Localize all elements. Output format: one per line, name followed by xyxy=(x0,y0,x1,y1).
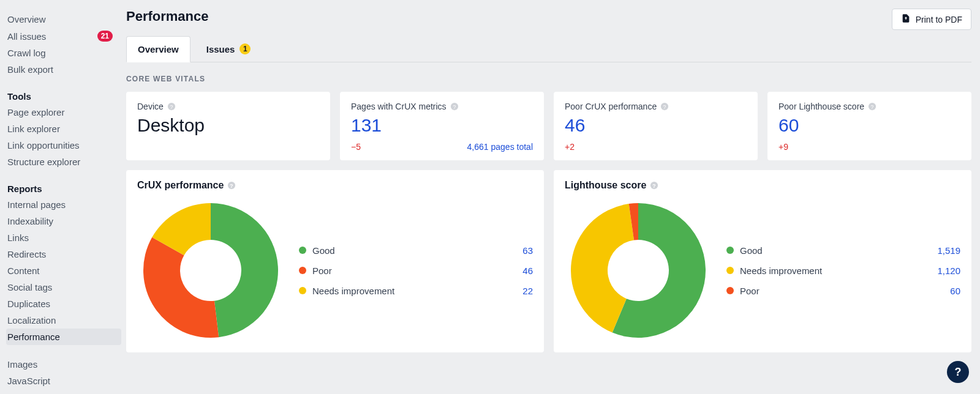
sidebar-item-label: All issues xyxy=(7,31,46,42)
print-pdf-button[interactable]: Print to PDF xyxy=(892,9,971,30)
help-icon[interactable]: ? xyxy=(227,181,236,190)
legend-label: Good xyxy=(312,245,335,256)
legend-swatch xyxy=(726,247,734,254)
sidebar-item[interactable]: Content xyxy=(6,262,121,279)
lighthouse-chart-card: Lighthouse score ? Good1,519Needs improv… xyxy=(554,170,971,352)
sidebar-item[interactable]: Links xyxy=(6,229,121,246)
legend-swatch xyxy=(299,247,306,254)
crux-chart-body: Good63Poor46Needs improvement22 xyxy=(137,197,533,344)
section-label: CORE WEB VITALS xyxy=(126,75,971,83)
sidebar-item-label: Link opportunities xyxy=(7,140,80,151)
legend-row[interactable]: Poor46 xyxy=(299,266,533,276)
legend-swatch xyxy=(299,267,306,274)
svg-text:?: ? xyxy=(653,183,656,189)
svg-text:?: ? xyxy=(871,104,874,110)
svg-text:?: ? xyxy=(170,104,173,110)
legend-row[interactable]: Needs improvement22 xyxy=(299,286,533,296)
lighthouse-chart-title: Lighthouse score ? xyxy=(565,180,960,191)
sidebar-item-label: Internal pages xyxy=(7,199,66,210)
tab[interactable]: Overview xyxy=(126,36,190,62)
vitals-card-footer: −54,661 pages total xyxy=(351,142,533,152)
legend-label: Good xyxy=(740,245,763,256)
sidebar-item[interactable]: Link explorer xyxy=(6,121,121,137)
sidebar-item-label: JavaScript xyxy=(7,376,50,386)
legend-row[interactable]: Poor60 xyxy=(726,286,960,296)
legend-row[interactable]: Good63 xyxy=(299,245,533,256)
sidebar-item[interactable]: Performance xyxy=(6,329,121,345)
sidebar-item[interactable]: Structure explorer xyxy=(6,154,121,170)
legend-value: 1,519 xyxy=(937,245,960,256)
sidebar-item[interactable]: Bulk export xyxy=(6,61,121,78)
legend-swatch xyxy=(299,287,306,294)
sidebar-item-label: Link explorer xyxy=(7,124,60,134)
sidebar-item-label: Social tags xyxy=(7,282,52,292)
vitals-card: Poor CrUX performance?46+2 xyxy=(554,92,758,160)
sidebar-item[interactable]: Internal pages xyxy=(6,196,121,213)
vitals-card-label: Poor Lighthouse score? xyxy=(778,102,960,111)
charts-row: CrUX performance ? Good63Poor46Needs imp… xyxy=(126,170,971,352)
sidebar-reports-group: Reports Internal pagesIndexabilityLinksR… xyxy=(6,181,121,345)
vitals-extra-link[interactable]: 4,661 pages total xyxy=(467,142,533,152)
crux-chart-title: CrUX performance ? xyxy=(137,180,533,191)
vitals-card-value[interactable]: 131 xyxy=(351,115,533,136)
crux-chart-title-text: CrUX performance xyxy=(137,180,224,191)
tab[interactable]: Issues1 xyxy=(195,36,262,62)
legend-swatch xyxy=(726,267,734,274)
sidebar-item[interactable]: Social tags xyxy=(6,279,121,296)
sidebar-item[interactable]: Overview xyxy=(6,11,121,28)
legend-label: Needs improvement xyxy=(312,286,394,296)
sidebar-item-label: Content xyxy=(7,266,40,276)
tabs: OverviewIssues1 xyxy=(126,36,971,62)
sidebar-item-label: Redirects xyxy=(7,249,46,259)
sidebar-item[interactable]: JavaScript xyxy=(6,373,121,389)
legend-value: 60 xyxy=(950,286,960,296)
help-icon[interactable]: ? xyxy=(650,181,658,190)
sidebar-item-label: Structure explorer xyxy=(7,157,80,167)
sidebar-item[interactable]: Duplicates xyxy=(6,296,121,312)
sidebar-item-label: Overview xyxy=(7,14,46,24)
tab-badge: 1 xyxy=(239,43,251,54)
svg-text:?: ? xyxy=(230,183,233,189)
vitals-card-value[interactable]: 46 xyxy=(565,115,747,136)
vitals-card-value: Desktop xyxy=(137,115,319,136)
sidebar-item[interactable]: Crawl log xyxy=(6,45,121,61)
legend-value: 1,120 xyxy=(937,266,960,276)
help-icon[interactable]: ? xyxy=(660,102,669,111)
page-title: Performance xyxy=(126,9,209,24)
legend-row[interactable]: Good1,519 xyxy=(726,245,960,256)
sidebar-item-label: Bulk export xyxy=(7,64,53,75)
lighthouse-chart-body: Good1,519Needs improvement1,120Poor60 xyxy=(565,197,960,344)
sidebar-item[interactable]: Redirects xyxy=(6,246,121,262)
vitals-card-label: Device? xyxy=(137,102,319,111)
vitals-card: Device?Desktop xyxy=(126,92,330,160)
lighthouse-donut xyxy=(565,197,712,344)
download-file-icon xyxy=(901,13,911,25)
vitals-card: Pages with CrUX metrics?131−54,661 pages… xyxy=(340,92,544,160)
vitals-delta: +9 xyxy=(778,142,788,152)
sidebar-item[interactable]: Localization xyxy=(6,312,121,329)
crux-legend: Good63Poor46Needs improvement22 xyxy=(299,245,533,296)
sidebar-item-label: Crawl log xyxy=(7,48,46,58)
vitals-delta: −5 xyxy=(351,142,361,152)
crux-donut xyxy=(137,197,284,344)
help-icon[interactable]: ? xyxy=(450,102,459,111)
vitals-card-value[interactable]: 60 xyxy=(778,115,960,136)
donut-segment[interactable] xyxy=(211,203,278,337)
vitals-card-footer: +9 xyxy=(778,142,960,152)
help-icon[interactable]: ? xyxy=(167,102,176,111)
crux-chart-card: CrUX performance ? Good63Poor46Needs imp… xyxy=(126,170,544,352)
legend-row[interactable]: Needs improvement1,120 xyxy=(726,266,960,276)
sidebar-item-label: Localization xyxy=(7,315,56,325)
legend-label: Poor xyxy=(312,266,332,276)
help-fab[interactable]: ? xyxy=(947,361,969,383)
lighthouse-legend: Good1,519Needs improvement1,120Poor60 xyxy=(726,245,960,296)
sidebar-top-group: OverviewAll issues21Crawl logBulk export xyxy=(6,11,121,78)
sidebar-item[interactable]: Images xyxy=(6,356,121,373)
sidebar-item[interactable]: All issues21 xyxy=(6,28,121,45)
vitals-card-label: Poor CrUX performance? xyxy=(565,102,747,111)
sidebar-item[interactable]: Indexability xyxy=(6,213,121,229)
sidebar-item[interactable]: Page explorer xyxy=(6,104,121,121)
svg-text:?: ? xyxy=(663,104,666,110)
sidebar-item[interactable]: Link opportunities xyxy=(6,137,121,154)
help-icon[interactable]: ? xyxy=(868,102,876,111)
